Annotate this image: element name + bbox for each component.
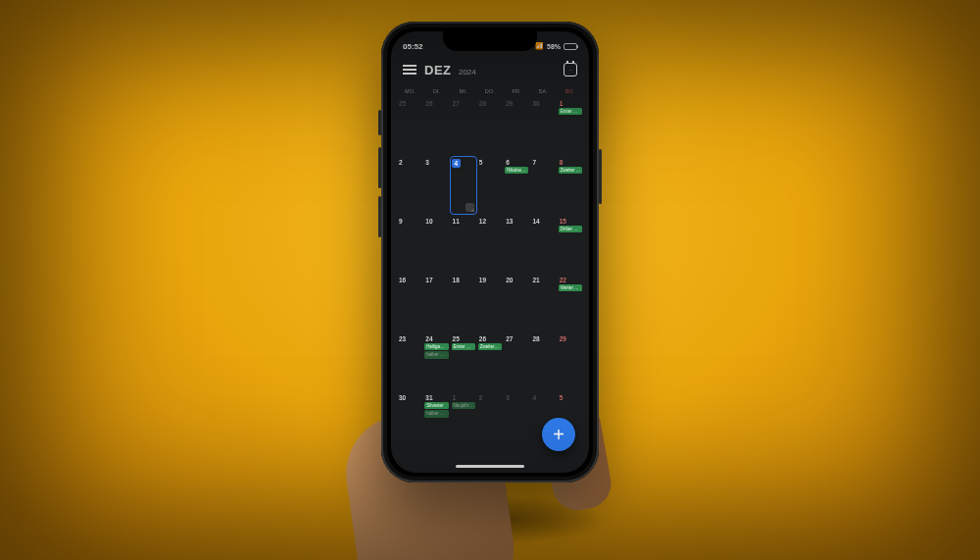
dow-mon: MO. [397,88,423,94]
calendar-event[interactable]: Zweiter Advent [559,167,582,174]
calendar-day[interactable]: 25 [397,98,422,155]
dow-thu: DO. [476,88,503,94]
battery-icon [564,43,577,50]
calendar-week: 16171819202122Vierter Advent [397,275,583,331]
dow-sun: SO. [557,88,583,94]
calendar-day[interactable]: 28 [477,98,503,155]
calendar-event[interactable]: halber Tag [424,351,448,358]
calendar-day[interactable]: 2 [477,392,503,449]
calendar-day[interactable]: 27 [504,333,529,390]
calendar-event[interactable]: Erster Weihnachtstag [452,343,475,350]
calendar-day[interactable]: 15Dritter Advent [558,216,583,273]
calendar-event[interactable]: Dritter Advent [559,226,582,232]
day-number: 28 [531,335,555,342]
calendar-day[interactable]: 29 [504,98,529,155]
hand-shadow [372,495,608,544]
day-number: 3 [505,394,528,401]
add-event-button[interactable]: + [542,418,575,451]
day-number: 13 [505,218,528,225]
phone-screen: 05:52 ⏰ 📶 58% DEZ 2024 · MO. DI. [391,31,589,473]
calendar-event[interactable]: Neujahrstag [452,402,475,409]
calendar-day[interactable]: 3 [504,392,529,449]
calendar-day[interactable]: 20 [504,275,529,331]
day-number: 2 [478,394,502,401]
calendar-day[interactable]: 8Zweiter Advent [558,157,583,214]
calendar-day[interactable]: 30 [530,98,556,155]
calendar-day[interactable]: 27 [451,98,476,155]
day-number: 5 [478,159,502,166]
calendar-day[interactable]: 25Erster Weihnachtstag [451,333,476,390]
calendar-event[interactable]: Vierter Advent [559,284,582,291]
calendar-event[interactable]: Erster Advent [559,108,582,115]
day-number: 11 [452,218,475,225]
calendar-day[interactable]: 4 [451,157,476,214]
calendar-day[interactable]: 22Vierter Advent [558,275,583,331]
day-number: 12 [478,218,502,225]
weekday-header: MO. DI. MI. DO. FR. SA. SO. [391,86,589,98]
calendar-grid: 2526272829301Erster Advent23456Nikolaust… [391,98,589,457]
calendar-day[interactable]: 24Heiligabendhalber Tag [423,333,449,390]
menu-button[interactable] [403,65,416,75]
dow-wed: MI. [450,88,476,94]
calendar-day[interactable]: 1Erster Advent [558,98,583,155]
day-number: 29 [559,335,582,342]
day-number: 29 [505,100,528,107]
calendar-day[interactable]: 17 [423,275,449,331]
calendar-day[interactable]: 1Neujahrstag [451,392,476,449]
day-number: 8 [559,159,582,166]
calendar-day[interactable]: 18 [451,275,476,331]
calendar-day[interactable]: 29 [558,333,583,390]
calendar-week: 2324Heiligabendhalber Tag25Erster Weihna… [397,333,583,390]
day-number: 15 [559,218,582,225]
day-number: 26 [424,100,448,107]
calendar-day[interactable]: 28 [530,333,556,390]
calendar-day[interactable]: 21 [530,275,556,331]
calendar-day[interactable]: 13 [504,216,529,273]
calendar-icon: · [564,64,576,76]
calendar-day[interactable]: 31Silvesterhalber Tag [423,392,449,449]
calendar-day[interactable]: 30 [397,392,422,449]
month-label[interactable]: DEZ [424,63,452,77]
calendar-day[interactable]: 23 [397,333,422,390]
calendar-event[interactable]: Zweiter Weihnachtstag [478,343,502,350]
day-number: 18 [452,277,475,283]
calendar-day[interactable]: 9 [397,216,422,273]
today-button[interactable]: · [564,63,577,76]
day-number: 2 [398,159,421,166]
day-number: 26 [478,335,502,342]
calendar-day[interactable]: 10 [423,216,449,273]
calendar-day[interactable]: 14 [530,216,556,273]
note-icon[interactable] [466,203,474,212]
day-number: 16 [398,277,421,283]
day-number: 22 [559,277,582,283]
calendar-event[interactable]: Heiligabend [424,343,448,350]
calendar-day[interactable]: 16 [397,275,422,331]
calendar-day[interactable]: 7 [530,157,556,214]
calendar-day[interactable]: 11 [451,216,476,273]
calendar-day[interactable]: 12 [477,216,503,273]
day-number: 24 [424,335,448,342]
day-number: 30 [531,100,555,107]
day-number: 7 [531,159,555,166]
calendar-day[interactable]: 2 [397,157,422,214]
status-time: 05:52 [403,42,422,51]
signal-icon: 📶 [535,42,544,50]
calendar-day[interactable]: 26Zweiter Weihnachtstag [477,333,503,390]
day-number: 14 [531,218,555,225]
calendar-day[interactable]: 6Nikolaustag [504,157,529,214]
calendar-day[interactable]: 26 [423,98,449,155]
year-label: 2024 [459,68,476,76]
day-number: 27 [505,335,528,342]
calendar-week: 23456Nikolaustag78Zweiter Advent [397,157,583,214]
calendar-day[interactable]: 5 [477,157,503,214]
calendar-day[interactable]: 3 [423,157,449,214]
day-number: 27 [452,100,475,107]
plus-icon: + [553,425,564,444]
calendar-day[interactable]: 19 [477,275,503,331]
day-number: 6 [505,159,528,166]
app-header: DEZ 2024 · [391,57,589,86]
calendar-event[interactable]: Nikolaustag [505,167,528,174]
calendar-event[interactable]: halber Tag [424,410,448,417]
home-indicator[interactable] [456,465,524,468]
calendar-event[interactable]: Silvester [424,402,448,409]
